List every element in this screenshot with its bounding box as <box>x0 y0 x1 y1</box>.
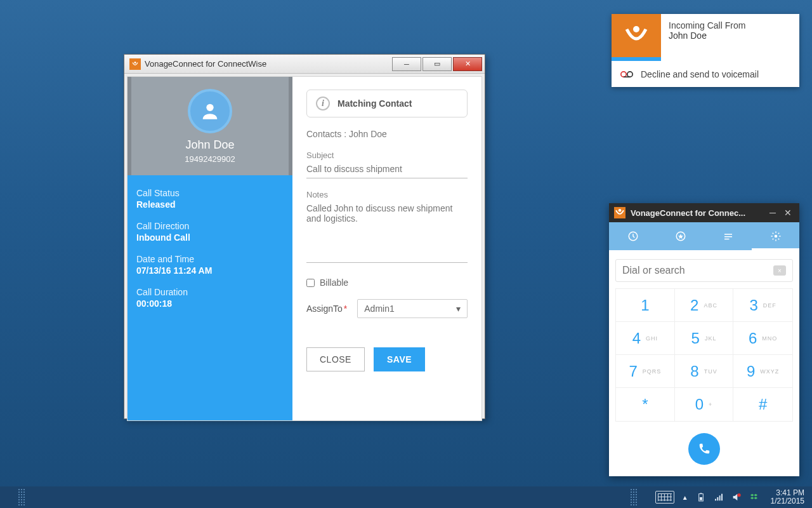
notes-textarea[interactable] <box>306 199 468 263</box>
svg-point-4 <box>627 72 632 77</box>
duration-label: Call Duration <box>136 287 284 297</box>
key-0[interactable]: 0+ <box>675 388 734 421</box>
assign-value: Admin1 <box>364 304 394 314</box>
svg-point-6 <box>619 209 622 212</box>
network-icon[interactable] <box>714 492 724 502</box>
toast-line1: Incoming Call From <box>669 20 792 30</box>
avatar-icon <box>188 89 232 133</box>
clear-input-button[interactable]: × <box>773 265 786 276</box>
key-1[interactable]: 1 <box>616 289 675 322</box>
toast-action-label: Decline and send to voicemail <box>641 69 759 79</box>
tray-overflow-icon[interactable]: ▲ <box>682 494 688 501</box>
phone-icon <box>697 442 711 456</box>
dialer-close-button[interactable]: ✕ <box>782 208 794 218</box>
svg-point-1 <box>206 104 213 110</box>
svg-point-2 <box>633 26 639 32</box>
svg-point-21 <box>737 493 740 497</box>
close-window-button[interactable]: ✕ <box>453 57 482 71</box>
dial-search-input[interactable] <box>622 265 773 276</box>
svg-marker-9 <box>678 234 683 239</box>
taskbar-grip-icon <box>18 488 25 506</box>
call-button[interactable] <box>688 433 720 465</box>
svg-point-13 <box>774 235 777 238</box>
dialer-tabs <box>609 222 799 250</box>
tab-settings[interactable] <box>752 222 799 250</box>
status-label: Call Status <box>136 188 284 198</box>
datetime-label: Date and Time <box>136 254 284 264</box>
dropbox-icon[interactable] <box>749 492 759 502</box>
keypad: 12ABC3DEF4GHI5JKL6MNO7PQRS8TUV9WXYZ*0+# <box>615 288 793 422</box>
dial-search-box: × <box>615 259 793 282</box>
system-tray: ▲ 3:41 PM 1/21/2015 <box>655 489 812 505</box>
subject-input[interactable] <box>306 160 468 178</box>
dialer-titlebar[interactable]: VonageConnect for Connec... ─ ✕ <box>609 203 799 222</box>
key-5[interactable]: 5JKL <box>675 322 734 355</box>
key-3[interactable]: 3DEF <box>733 289 792 322</box>
vonage-logo-icon <box>614 207 625 218</box>
svg-rect-17 <box>715 499 716 501</box>
key-6[interactable]: 6MNO <box>733 322 792 355</box>
info-icon: i <box>316 97 330 110</box>
incoming-call-toast: Incoming Call From John Doe Decline and … <box>612 14 799 87</box>
dialer-minimize-button[interactable]: ─ <box>766 208 779 218</box>
contacts-line: Contacts : John Doe <box>306 129 468 139</box>
key-9[interactable]: 9WXYZ <box>733 355 792 388</box>
key-7[interactable]: 7PQRS <box>616 355 675 388</box>
direction-label: Call Direction <box>136 221 284 231</box>
assign-select[interactable]: Admin1 ▾ <box>357 299 468 318</box>
matching-contact-box: i Matching Contact <box>306 90 468 117</box>
contact-phone: 19492429902 <box>185 154 235 164</box>
svg-rect-19 <box>719 495 720 500</box>
svg-rect-18 <box>717 497 718 500</box>
tab-contacts[interactable] <box>704 222 752 250</box>
clock-date: 1/21/2015 <box>771 497 804 505</box>
assign-label: AssignTo <box>306 304 343 314</box>
save-button[interactable]: SAVE <box>374 347 425 371</box>
dialer-title-text: VonageConnect for Connec... <box>631 208 745 218</box>
chevron-down-icon: ▾ <box>456 304 461 314</box>
keyboard-icon[interactable] <box>655 491 674 504</box>
svg-point-3 <box>621 72 626 77</box>
key-2[interactable]: 2ABC <box>675 289 734 322</box>
svg-rect-12 <box>724 239 730 240</box>
minimize-button[interactable]: ─ <box>392 57 421 71</box>
titlebar[interactable]: VonageConnect for ConnectWise ─ ▭ ✕ <box>124 55 485 74</box>
svg-rect-16 <box>700 497 702 500</box>
decline-voicemail-button[interactable]: Decline and send to voicemail <box>612 61 799 87</box>
call-info-panel: Call Status Released Call Direction Inbo… <box>128 175 292 420</box>
matching-contact-label: Matching Contact <box>337 98 412 109</box>
tab-recents[interactable] <box>609 222 657 250</box>
call-right-panel: i Matching Contact Contacts : John Doe S… <box>292 77 481 420</box>
volume-icon[interactable] <box>731 492 742 502</box>
tab-favorites[interactable] <box>657 222 704 250</box>
key-8[interactable]: 8TUV <box>675 355 734 388</box>
key-4[interactable]: 4GHI <box>616 322 675 355</box>
dialer-panel: VonageConnect for Connec... ─ ✕ × 12ABC3… <box>609 203 799 476</box>
contact-name: John Doe <box>185 138 234 152</box>
toast-caller: John Doe <box>669 30 792 41</box>
call-left-panel: John Doe 19492429902 Call Status Release… <box>128 77 292 420</box>
call-details-window: VonageConnect for ConnectWise ─ ▭ ✕ John… <box>124 54 485 419</box>
notes-label: Notes <box>306 190 468 199</box>
svg-rect-15 <box>700 493 702 493</box>
svg-rect-10 <box>724 234 732 235</box>
maximize-button[interactable]: ▭ <box>422 57 452 71</box>
battery-icon[interactable] <box>696 492 706 502</box>
billable-checkbox[interactable] <box>306 279 315 287</box>
vonage-logo-icon <box>129 58 141 70</box>
direction-value: Inbound Call <box>136 232 284 243</box>
key-*[interactable]: * <box>616 388 675 421</box>
status-value: Released <box>136 199 284 210</box>
close-button[interactable]: CLOSE <box>306 347 365 371</box>
voicemail-icon <box>620 69 633 79</box>
svg-rect-11 <box>724 236 732 237</box>
contact-header: John Doe 19492429902 <box>128 77 292 175</box>
clock[interactable]: 3:41 PM 1/21/2015 <box>767 489 804 505</box>
taskbar-grip-icon <box>630 488 638 506</box>
duration-value: 00:00:18 <box>136 298 284 309</box>
svg-rect-20 <box>721 494 723 501</box>
datetime-value: 07/13/16 11:24 AM <box>136 265 284 276</box>
svg-point-0 <box>134 62 136 64</box>
key-#[interactable]: # <box>733 388 792 421</box>
taskbar: ▲ 3:41 PM 1/21/2015 <box>0 486 812 508</box>
